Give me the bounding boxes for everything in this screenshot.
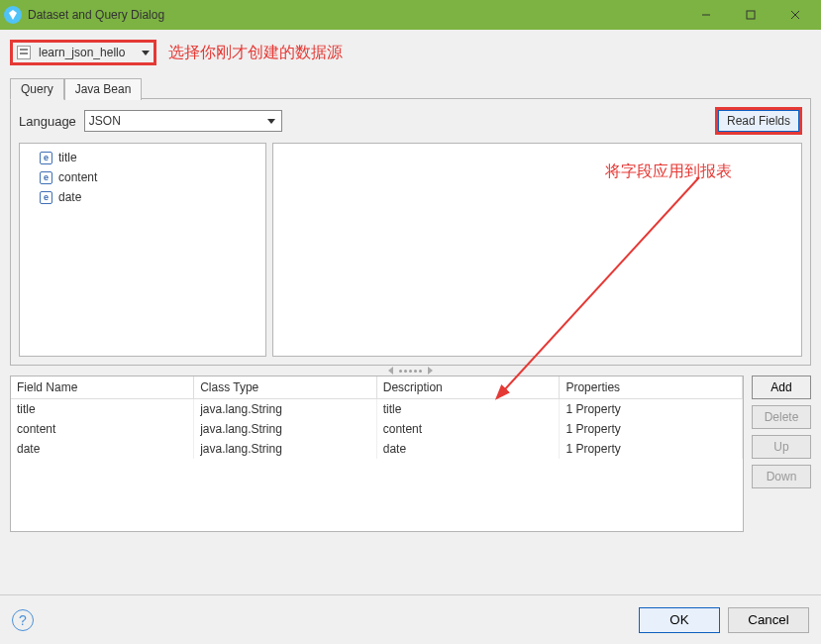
element-icon: e: [40, 152, 52, 164]
fields-grid[interactable]: Field Name Class Type Description Proper…: [10, 376, 744, 532]
table-cell: date: [11, 439, 194, 459]
up-button[interactable]: Up: [752, 435, 811, 459]
grid-side-buttons: Add Delete Up Down: [752, 376, 811, 532]
tab-body: Language JSON Read Fields etitle econten…: [10, 98, 811, 366]
table-cell: date: [376, 439, 560, 459]
datasource-dropdown[interactable]: learn_json_hello: [10, 40, 156, 65]
splitter[interactable]: [10, 366, 811, 376]
dialog-body: learn_json_hello 选择你刚才创建的数据源 Query Java …: [0, 30, 821, 594]
read-fields-annotation: 将字段应用到报表: [605, 161, 732, 182]
svg-rect-1: [747, 11, 755, 19]
table-row[interactable]: titlejava.lang.Stringtitle1 Property: [11, 399, 743, 420]
element-icon: e: [40, 171, 52, 184]
table-cell: content: [376, 419, 560, 439]
element-icon: e: [40, 191, 52, 204]
language-label: Language: [19, 114, 76, 129]
tree-pane[interactable]: etitle econtent edate: [19, 143, 266, 357]
maximize-button[interactable]: [728, 0, 772, 30]
footer: ? OK Cancel: [0, 594, 821, 644]
svg-line-4: [503, 177, 699, 391]
mid-panes: etitle econtent edate 将字段应用到报表: [19, 143, 802, 357]
tree-item-label: date: [58, 190, 81, 204]
datasource-row: learn_json_hello 选择你刚才创建的数据源: [10, 40, 811, 65]
col-field-name[interactable]: Field Name: [11, 376, 194, 399]
close-button[interactable]: [772, 0, 817, 30]
language-value: JSON: [89, 114, 121, 128]
table-cell: 1 Property: [560, 419, 743, 439]
table-cell: title: [376, 399, 560, 420]
table-cell: java.lang.String: [194, 439, 377, 459]
chevron-down-icon: [142, 51, 150, 55]
table-cell: 1 Property: [560, 439, 743, 459]
window-controls: [683, 0, 817, 30]
minimize-button[interactable]: [683, 0, 728, 30]
table-cell: java.lang.String: [194, 419, 377, 439]
help-icon[interactable]: ?: [12, 609, 34, 631]
table-row[interactable]: datejava.lang.Stringdate1 Property: [11, 439, 743, 459]
window-title: Dataset and Query Dialog: [28, 8, 683, 22]
table-cell: content: [11, 419, 194, 439]
read-fields-button[interactable]: Read Fields: [718, 110, 799, 132]
annotation-arrow: [273, 144, 808, 401]
datasource-selected: learn_json_hello: [39, 46, 142, 59]
col-description[interactable]: Description: [376, 376, 560, 399]
down-button[interactable]: Down: [752, 465, 811, 488]
tree-item-date[interactable]: edate: [28, 187, 257, 207]
tree-item-label: title: [58, 151, 77, 164]
tree-item-content[interactable]: econtent: [28, 167, 257, 187]
add-button[interactable]: Add: [752, 376, 811, 399]
tab-query[interactable]: Query: [10, 78, 64, 100]
table-cell: java.lang.String: [194, 399, 377, 420]
table-cell: 1 Property: [560, 399, 743, 420]
grid-header-row: Field Name Class Type Description Proper…: [11, 376, 743, 399]
tab-java-bean[interactable]: Java Bean: [64, 78, 143, 100]
read-fields-wrap: Read Fields: [715, 107, 802, 135]
tree-item-title[interactable]: etitle: [28, 148, 257, 167]
col-properties[interactable]: Properties: [560, 376, 743, 399]
tabset: Query Java Bean Language JSON Read Field…: [10, 77, 811, 366]
cancel-button[interactable]: Cancel: [728, 607, 809, 633]
datasource-annotation: 选择你刚才创建的数据源: [168, 43, 343, 63]
col-class-type[interactable]: Class Type: [194, 376, 377, 399]
tab-headers: Query Java Bean: [10, 78, 811, 100]
ok-button[interactable]: OK: [639, 607, 720, 633]
query-pane[interactable]: 将字段应用到报表: [272, 143, 802, 357]
table-row[interactable]: contentjava.lang.Stringcontent1 Property: [11, 419, 743, 439]
tree-item-label: content: [58, 170, 97, 184]
language-select[interactable]: JSON: [84, 110, 282, 132]
table-cell: title: [11, 399, 194, 420]
fields-area: Field Name Class Type Description Proper…: [10, 376, 811, 532]
titlebar: Dataset and Query Dialog: [0, 0, 821, 30]
language-row: Language JSON Read Fields: [19, 107, 802, 135]
app-icon: [4, 6, 22, 24]
delete-button[interactable]: Delete: [752, 405, 811, 429]
datasource-icon: [17, 46, 31, 59]
